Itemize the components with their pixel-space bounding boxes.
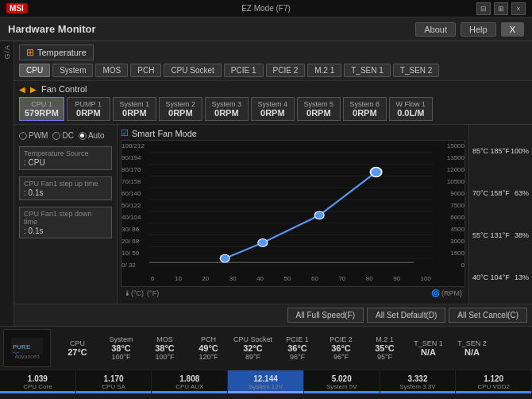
fan-wflow1[interactable]: W Flow 1 0.0L/M xyxy=(389,97,433,121)
temperature-header: ⊞ Temperature xyxy=(19,45,527,60)
tab-tsen1[interactable]: T_SEN 1 xyxy=(344,64,391,77)
tab-system[interactable]: System xyxy=(52,64,93,77)
stat-pcie2-name: PCIE 2 xyxy=(322,335,360,343)
full-speed-button[interactable]: All Full Speed(F) xyxy=(287,308,364,323)
tab-pcie2[interactable]: PCIE 2 xyxy=(266,64,306,77)
stat-m2: M.2 1 35°C 95°F xyxy=(363,335,407,361)
set-cancel-button[interactable]: All Set Cancel(C) xyxy=(449,308,527,323)
dc-radio[interactable]: DC xyxy=(52,131,73,140)
stat-pch-name: PCH xyxy=(190,335,227,343)
fan-sys1-label: System 1 xyxy=(118,100,151,108)
svg-text:PURE: PURE xyxy=(13,343,31,351)
stat-tsen1-val: N/A xyxy=(410,347,447,357)
fan-system1[interactable]: System 1 0RPM xyxy=(113,97,156,121)
chart-footer-left: 🌡(°C) (°F) xyxy=(124,289,159,297)
pwm-radio[interactable]: PWM xyxy=(19,131,48,140)
chart-title-text: Smart Fan Mode xyxy=(132,129,197,138)
temperature-title: ⊞ Temperature xyxy=(19,45,94,60)
voltage-sys5v-bar xyxy=(304,391,380,393)
step-up-val: : 0.1s xyxy=(24,188,107,197)
voltage-sys5v[interactable]: 5.020 System 5V xyxy=(304,370,380,393)
set-default-button[interactable]: All Set Default(D) xyxy=(367,308,445,323)
step-up-box[interactable]: CPU Fan1 step up time : 0.1s xyxy=(19,176,112,200)
stat-mos-name: MOS xyxy=(146,335,183,343)
stat-m2-name: M.2 1 xyxy=(366,335,403,343)
voltage-cpu-aux-bar xyxy=(152,391,227,393)
auto-radio[interactable]: Auto xyxy=(79,131,105,140)
pwm-label: PWM xyxy=(29,131,48,140)
voltage-cpu-sa-bar xyxy=(76,391,152,393)
legend-item-1: 85°C 185°F 100% xyxy=(472,147,529,155)
voltage-cpu-aux-label: CPU AUX xyxy=(175,383,203,390)
tab-pch[interactable]: PCH xyxy=(130,64,161,77)
fan-system6[interactable]: System 6 0RPM xyxy=(343,97,387,121)
main-layout: G/A ⊞ Temperature CPU System MOS PCH CPU… xyxy=(0,41,532,326)
tab-pcie1[interactable]: PCIE 1 xyxy=(224,64,264,77)
fan-cpu1[interactable]: CPU 1 579RPM xyxy=(19,97,64,121)
fan-sys5-val: 0RPM xyxy=(303,108,335,118)
voltage-cpu-aux-val: 1.808 xyxy=(179,374,199,383)
step-down-val: : 0.1s xyxy=(24,227,107,235)
chart-title: ☑ Smart Fan Mode xyxy=(121,128,465,138)
window-title: Hardware Monitor xyxy=(8,23,96,35)
stat-pcie1-name: PCIE 1 xyxy=(279,335,316,343)
fan-system5[interactable]: System 5 0RPM xyxy=(297,97,341,121)
fan-sys2-label: System 2 xyxy=(164,100,197,108)
fan-nav-next[interactable]: ▶ xyxy=(30,85,37,94)
voltage-cpu-sa[interactable]: 1.170 CPU SA xyxy=(76,370,152,393)
top-bar-right: ⊟ ⊞ × xyxy=(476,2,526,15)
svg-point-13 xyxy=(370,168,381,177)
title-bar-buttons: About Help X xyxy=(415,22,524,37)
temp-source-box[interactable]: Temperature Source : CPU xyxy=(19,146,112,170)
step-up-label: CPU Fan1 step up time xyxy=(24,180,107,188)
voltage-cpu-core[interactable]: 1.039 CPU Core xyxy=(0,370,76,393)
voltage-sys12v-label: System 12V xyxy=(249,383,283,390)
voltage-cpu-sa-val: 1.170 xyxy=(104,374,124,383)
fan-system2[interactable]: System 2 0RPM xyxy=(159,97,202,121)
stat-tsen2: T_SEN 2 N/A xyxy=(450,339,494,357)
tab-cpu-socket[interactable]: CPU Socket xyxy=(164,64,221,77)
legend-temp-4: 40°C 104°F xyxy=(472,273,510,281)
fan-control-header: ◀ ▶ Fan Control xyxy=(19,84,527,94)
stat-system-val: 38°C xyxy=(102,343,140,353)
tab-tsen2[interactable]: T_SEN 2 xyxy=(393,64,440,77)
fan-pump1[interactable]: PUMP 1 0RPM xyxy=(67,97,110,121)
top-icon-1[interactable]: ⊟ xyxy=(476,2,491,15)
tab-mos[interactable]: MOS xyxy=(95,64,128,77)
fan-system3[interactable]: System 3 0RPM xyxy=(205,97,249,121)
pwm-radio-circle xyxy=(19,132,27,140)
voltage-cpu-vdd2[interactable]: 1.120 CPU VDD2 xyxy=(456,370,532,393)
top-icon-3[interactable]: × xyxy=(511,2,526,15)
voltage-cpu-vdd2-val: 1.120 xyxy=(484,374,503,383)
fan-curve-svg[interactable] xyxy=(149,141,433,270)
voltage-cpu-core-val: 1.039 xyxy=(28,374,48,383)
stat-tsen2-name: T_SEN 2 xyxy=(453,339,491,347)
voltage-sys33v[interactable]: 3.332 System 3.3V xyxy=(380,370,457,393)
about-button[interactable]: About xyxy=(415,22,456,37)
fan-system4[interactable]: System 4 0RPM xyxy=(251,97,295,121)
msi-logo: MSI xyxy=(6,3,27,14)
fan-sys1-val: 0RPM xyxy=(118,108,151,118)
auto-radio-circle xyxy=(79,132,87,140)
step-down-label: CPU Fan1 step down time xyxy=(24,210,107,226)
help-button[interactable]: Help xyxy=(461,22,496,37)
voltage-sys12v[interactable]: 12.144 System 12V xyxy=(228,370,304,393)
fan-wflow1-val: 0.0L/M xyxy=(395,108,427,118)
step-down-box[interactable]: CPU Fan1 step down time : 0.1s xyxy=(19,207,112,238)
fan-sys2-val: 0RPM xyxy=(164,108,197,118)
stat-pcie1: PCIE 1 36°C 96°F xyxy=(276,335,319,361)
svg-point-11 xyxy=(258,238,268,246)
fan-nav-prev[interactable]: ◀ xyxy=(19,85,25,94)
tab-m2[interactable]: M.2 1 xyxy=(307,64,341,77)
stat-cpu-socket: CPU Socket 32°C 89°F xyxy=(230,335,276,361)
legend-temp-3: 55°C 131°F xyxy=(472,231,510,239)
voltage-cpu-aux[interactable]: 1.808 CPU AUX xyxy=(152,370,228,393)
fan-sys5-label: System 5 xyxy=(303,100,335,108)
close-button[interactable]: X xyxy=(501,22,524,37)
stat-pcie1-val: 36°C xyxy=(279,343,316,353)
fan-sys3-val: 0RPM xyxy=(210,108,243,118)
top-icon-2[interactable]: ⊞ xyxy=(494,2,508,15)
chart-x-labels: 0 10 20 30 40 50 60 70 80 90 100 xyxy=(149,270,433,286)
chart-container[interactable]: 100/212 90/194 80/176 70/158 60/140 50/1… xyxy=(121,140,465,287)
tab-cpu[interactable]: CPU xyxy=(19,64,50,77)
